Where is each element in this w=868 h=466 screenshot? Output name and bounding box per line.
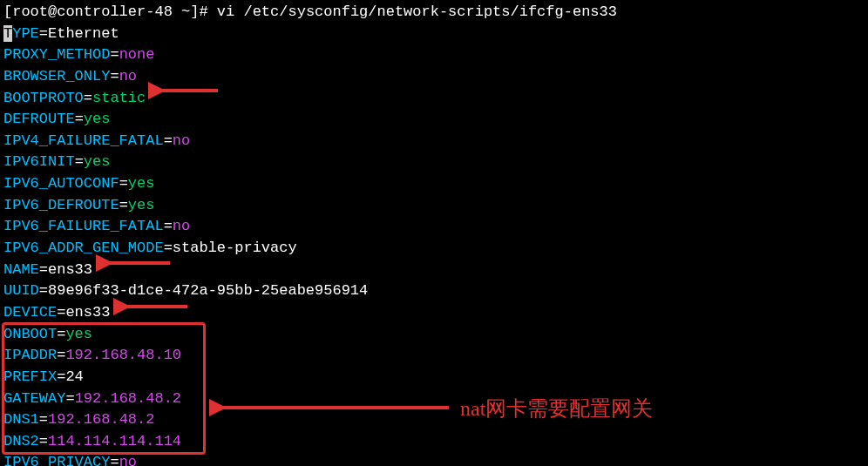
- config-eq: =: [39, 282, 48, 299]
- config-val: 114.114.114.114: [48, 433, 181, 449]
- config-eq: =: [164, 240, 173, 256]
- config-val: no: [119, 454, 137, 466]
- config-eq: =: [75, 153, 84, 170]
- config-key: IPV6_FAILURE_FATAL: [3, 218, 164, 234]
- config-line-uuid: UUID=89e96f33-d1ce-472a-95bb-25eabe95691…: [3, 280, 865, 302]
- config-line-ipv6fail: IPV6_FAILURE_FATAL=no: [3, 216, 865, 238]
- config-key: PROXY_METHOD: [3, 46, 110, 63]
- config-key: DEVICE: [3, 304, 57, 321]
- config-line-type: TYPE=Ethernet: [3, 24, 865, 45]
- config-val: yes: [84, 153, 111, 170]
- config-key: IPV6INIT: [3, 153, 75, 170]
- config-val: 89e96f33-d1ce-472a-95bb-25eabe956914: [48, 282, 368, 299]
- config-line-ipv6def: IPV6_DEFROUTE=yes: [3, 195, 865, 217]
- config-eq: =: [164, 132, 173, 149]
- config-val: yes: [65, 326, 92, 342]
- config-val: 24: [65, 368, 83, 385]
- config-line-gateway: GATEWAY=192.168.48.2: [3, 388, 865, 410]
- config-eq: =: [39, 25, 48, 42]
- config-val: stable-privacy: [173, 240, 297, 256]
- config-key: BROWSER_ONLY: [3, 68, 110, 84]
- config-line-ipaddr: IPADDR=192.168.48.10: [3, 345, 865, 367]
- config-eq: =: [57, 326, 65, 342]
- terminal-output: [root@controller-48 ~]# vi /etc/sysconfi…: [3, 2, 865, 466]
- config-line-ipv6priv: IPV6_PRIVACY=no: [3, 452, 865, 466]
- config-line-proxy: PROXY_METHOD=none: [3, 44, 865, 66]
- config-key: NAME: [3, 261, 39, 278]
- config-val: Ethernet: [48, 25, 119, 42]
- config-key: IPV6_DEFROUTE: [3, 197, 119, 213]
- config-key: UUID: [3, 282, 39, 299]
- config-eq: =: [84, 90, 92, 106]
- config-eq: =: [75, 111, 84, 127]
- config-key: IPADDR: [3, 347, 57, 363]
- config-val: yes: [84, 111, 111, 127]
- config-line-onboot: ONBOOT=yes: [3, 324, 865, 346]
- config-eq: =: [57, 347, 65, 363]
- config-key: DNS1: [3, 411, 39, 428]
- config-val: static: [92, 90, 146, 106]
- config-eq: =: [110, 68, 119, 84]
- config-key: GATEWAY: [3, 390, 65, 407]
- config-line-bootproto: BOOTPROTO=static: [3, 88, 865, 110]
- config-key: IPV4_FAILURE_FATAL: [3, 132, 164, 149]
- config-val: ens33: [48, 261, 92, 278]
- config-line-ipv6addr: IPV6_ADDR_GEN_MODE=stable-privacy: [3, 238, 865, 260]
- command: vi /etc/sysconfig/network-scripts/ifcfg-…: [217, 3, 617, 20]
- config-eq: =: [119, 175, 128, 192]
- prompt-line: [root@controller-48 ~]# vi /etc/sysconfi…: [3, 2, 865, 24]
- prompt-path: ~: [173, 3, 190, 20]
- config-eq: =: [164, 218, 173, 234]
- config-eq: =: [39, 433, 48, 449]
- config-val: no: [173, 218, 190, 234]
- config-line-ipv6auto: IPV6_AUTOCONF=yes: [3, 173, 865, 195]
- config-line-defroute: DEFROUTE=yes: [3, 109, 865, 131]
- config-key: PREFIX: [3, 368, 57, 385]
- config-key: DNS2: [3, 433, 39, 449]
- config-key: BOOTPROTO: [3, 90, 84, 106]
- config-val: yes: [128, 175, 155, 192]
- config-eq: =: [57, 304, 65, 321]
- config-line-dns1: DNS1=192.168.48.2: [3, 409, 865, 431]
- config-val: no: [173, 132, 190, 149]
- config-eq: =: [119, 197, 128, 213]
- config-line-prefix: PREFIX=24: [3, 367, 865, 388]
- config-line-name: NAME=ens33: [3, 260, 865, 281]
- config-val: ens33: [65, 304, 110, 321]
- config-eq: =: [65, 390, 74, 407]
- prompt-open: [: [3, 3, 12, 20]
- config-eq: =: [110, 454, 119, 466]
- config-eq: =: [110, 46, 119, 63]
- config-key: ONBOOT: [3, 326, 57, 342]
- annotation-text: nat网卡需要配置网关: [460, 394, 653, 424]
- config-line-dns2: DNS2=114.114.114.114: [3, 431, 865, 453]
- config-line-ipv6init: IPV6INIT=yes: [3, 152, 865, 173]
- prompt-close: ]#: [190, 3, 217, 20]
- config-line-browser: BROWSER_ONLY=no: [3, 66, 865, 88]
- config-key: YPE: [12, 25, 39, 42]
- config-val: none: [119, 46, 155, 63]
- config-eq: =: [57, 368, 65, 385]
- config-val: no: [119, 68, 137, 84]
- config-line-device: DEVICE=ens33: [3, 302, 865, 324]
- config-line-ipv4fail: IPV4_FAILURE_FATAL=no: [3, 131, 865, 152]
- config-key: IPV6_ADDR_GEN_MODE: [3, 240, 164, 256]
- config-key: DEFROUTE: [3, 111, 75, 127]
- config-val: yes: [128, 197, 155, 213]
- config-key: IPV6_AUTOCONF: [3, 175, 119, 192]
- config-val: 192.168.48.10: [65, 347, 181, 363]
- config-val: 192.168.48.2: [75, 390, 181, 407]
- prompt-user: root@controller-48: [12, 3, 173, 20]
- config-eq: =: [39, 411, 48, 428]
- config-val: 192.168.48.2: [48, 411, 154, 428]
- cursor: T: [3, 25, 12, 42]
- config-key: IPV6_PRIVACY: [3, 454, 110, 466]
- config-eq: =: [39, 261, 48, 278]
